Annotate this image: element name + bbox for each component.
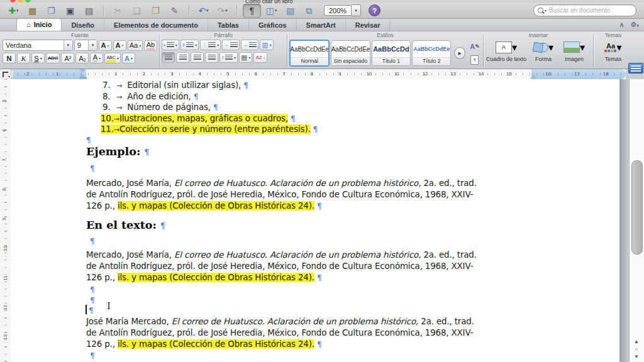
document-elements-button[interactable]: ▤ <box>282 4 299 17</box>
heading-en-el-texto[interactable]: En el texto: ¶ <box>86 219 165 231</box>
next-page-button[interactable]: ▼ <box>632 353 641 360</box>
cut-button[interactable]: ✂ <box>109 4 126 17</box>
help-button[interactable]: ? <box>369 4 380 16</box>
empty-paragraph[interactable]: ¶ <box>90 163 95 173</box>
style-titulo-1[interactable]: AaBbCcDd Título 1 <box>372 40 411 66</box>
zoom-value[interactable]: 200% <box>324 5 352 16</box>
collapse-ribbon-icon[interactable]: ∧ <box>619 21 625 29</box>
bold-button[interactable]: N <box>3 53 16 63</box>
zoom-control[interactable]: 200% ▾ <box>324 4 361 16</box>
select-browse-object-button[interactable]: ○ <box>632 346 641 353</box>
numbering-button[interactable]: 1▾ <box>180 40 199 50</box>
search-options-arrow-icon[interactable]: ▾ <box>545 8 547 13</box>
tab-tablas[interactable]: Tablas <box>208 19 249 31</box>
underline-button[interactable]: S▾ <box>31 53 45 63</box>
list-item[interactable]: 10.→Ilustraciones, mapas, gráficas o cua… <box>101 114 296 123</box>
search-field[interactable]: ▾ Buscar en documento <box>533 4 636 16</box>
italic-button[interactable]: K <box>17 53 30 63</box>
paragraph-line[interactable]: José María Mercado, El correo de Huatusc… <box>86 317 474 326</box>
multilevel-list-button[interactable]: ⋮▾ <box>200 40 221 50</box>
empty-paragraph[interactable]: ¶ <box>90 236 95 246</box>
align-left-button[interactable] <box>162 52 175 63</box>
copy-button[interactable]: ❏ <box>128 4 145 17</box>
h-ruler[interactable]: 21123456789101112131415161718 <box>11 69 626 80</box>
tab-inicio[interactable]: ⌂Inicio <box>16 18 62 31</box>
highlight-button[interactable]: ABC▾ <box>104 53 120 63</box>
list-item[interactable]: 8.→ Año de edición, ¶ <box>103 92 198 101</box>
format-painter-button[interactable]: ✎ <box>166 4 183 17</box>
tab-smartart[interactable]: SmartArt <box>297 19 346 31</box>
tab-diseno[interactable]: Diseño <box>62 19 104 31</box>
shrink-font-button[interactable]: A▼ <box>113 40 126 51</box>
elements-gallery-button[interactable]: ▦ <box>24 4 41 17</box>
list-item[interactable]: 11.→Colección o serie y número (entre pa… <box>101 124 318 134</box>
style-sin-espaciado[interactable]: AaBbCcDdEe Sin espaciado <box>331 40 370 66</box>
bullets-button[interactable]: •▾ <box>162 40 179 50</box>
multiple-pages-button[interactable]: ⧉ <box>301 4 318 17</box>
font-size-combo[interactable]: 9 ▾ <box>74 40 97 51</box>
save-button[interactable]: ▣ <box>62 4 79 17</box>
minimize-window-button[interactable] <box>18 0 23 3</box>
paste-button[interactable]: ❒ <box>147 4 164 17</box>
sidebar-split-button[interactable] <box>628 63 643 74</box>
heading-ejemplo[interactable]: Ejemplo: ¶ <box>86 145 149 158</box>
decrease-indent-button[interactable]: ← <box>222 40 240 50</box>
zoom-dropdown-arrow-icon[interactable]: ▾ <box>352 4 361 16</box>
dropdown-arrow-icon[interactable]: ▾ <box>88 40 97 50</box>
paragraph-line[interactable]: Mercado, José María, El correo de Huatus… <box>86 178 477 188</box>
empty-paragraph[interactable]: ¶ <box>89 305 94 315</box>
list-item[interactable]: 7.→ Editorial (sin utilizar siglas), ¶ <box>103 80 248 90</box>
font-color-button[interactable]: A▾ <box>90 53 103 63</box>
manage-styles-icon[interactable]: A✎ <box>469 41 481 52</box>
align-right-button[interactable] <box>191 52 204 63</box>
v-ruler[interactable]: 5678910111213 <box>0 79 11 362</box>
close-window-button[interactable] <box>10 0 16 3</box>
empty-paragraph[interactable]: ¶ <box>90 351 95 360</box>
style-titulo-2[interactable]: AaBbCcDdEe Título 2 <box>412 40 451 66</box>
text-effects-button[interactable]: A▾ <box>122 53 135 63</box>
print-button[interactable]: ▤ <box>80 4 97 17</box>
paragraph-line[interactable]: de Antolín Rodríguez, pról. de José Here… <box>86 328 473 337</box>
styles-pane-icon[interactable]: ¶ <box>469 54 481 65</box>
sort-button[interactable]: AZ↓ <box>253 52 267 63</box>
clear-formatting-button[interactable]: Ab <box>144 40 157 51</box>
redo-button[interactable]: ↷▾ <box>214 4 231 17</box>
show-paragraph-marks-button[interactable]: ¶ <box>243 4 261 18</box>
themes-button[interactable]: Aa ▾ Temas <box>598 40 628 62</box>
change-case-button[interactable]: Aa▾ <box>128 40 143 51</box>
undo-button[interactable]: ↶▾ <box>195 4 212 17</box>
columns-button[interactable]: ▥▾ <box>260 40 273 50</box>
document-page[interactable]: 7.→ Editorial (sin utilizar siglas), ¶ 8… <box>11 79 619 362</box>
open-button[interactable]: ❐ <box>43 4 60 17</box>
empty-paragraph[interactable]: ¶ <box>86 135 91 145</box>
strikethrough-button[interactable]: ABC <box>46 53 60 63</box>
dropdown-arrow-icon[interactable]: ▾ <box>64 40 72 50</box>
tab-graficos[interactable]: Gráficos <box>249 19 297 31</box>
image-button[interactable]: ▾ Imagen <box>560 40 589 62</box>
list-item[interactable]: 9.→ Número de páginas, ¶ <box>103 102 218 112</box>
text-box-button[interactable]: A▾ Cuadro de texto <box>486 40 527 62</box>
paragraph-line[interactable]: 126 p., ils. y mapas (Colección de Obras… <box>86 339 321 349</box>
font-name-combo[interactable]: Verdana ▾ <box>3 40 73 51</box>
borders-button[interactable]: ▦▾ <box>239 52 252 63</box>
paragraph-line[interactable]: de Antolín Rodríguez, pról. de José Here… <box>86 190 473 199</box>
paragraph-line[interactable]: 126 p., ils. y mapas (Colección de Obras… <box>86 201 321 211</box>
first-line-indent-marker[interactable] <box>79 69 86 73</box>
shape-button[interactable]: ▾ Forma <box>530 40 557 62</box>
superscript-button[interactable]: A² <box>61 53 74 63</box>
styles-gallery-arrow-button[interactable]: ▶ <box>454 47 465 59</box>
zoom-window-button[interactable] <box>25 0 31 3</box>
empty-paragraph[interactable]: ¶ <box>90 285 95 294</box>
right-indent-marker[interactable] <box>530 74 536 79</box>
style-normal[interactable]: AaBbCcDdEe Normal <box>289 40 330 67</box>
align-center-button[interactable] <box>176 52 189 63</box>
previous-page-button[interactable]: ▲ <box>632 338 641 345</box>
grow-font-button[interactable]: A▲ <box>99 40 112 51</box>
paragraph-line[interactable]: 126 p., ils. y mapas (Colección de Obras… <box>86 273 321 282</box>
tab-revisar[interactable]: Revisar <box>346 19 391 31</box>
tab-stop-selector[interactable]: ▾ <box>0 69 11 80</box>
paragraph-line[interactable]: Mercado, José María, El correo de Huatus… <box>86 250 477 260</box>
justify-button[interactable] <box>205 52 218 63</box>
paragraph-line[interactable]: de Antolín Rodríguez, pról. de José Here… <box>86 261 473 271</box>
sidebar-layout-button[interactable]: ◫▾ <box>263 4 280 17</box>
